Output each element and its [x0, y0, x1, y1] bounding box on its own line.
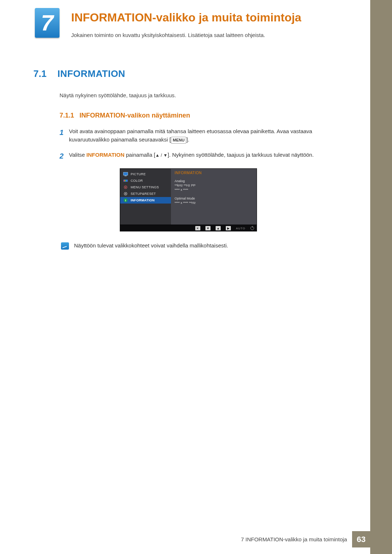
subsection-heading: 7.1.1 INFORMATION-valikon näyttäminen	[60, 112, 190, 119]
osd-panel: PICTURE COLOR MENU SETTINGS SETUP&RESET …	[120, 168, 257, 225]
osd-item-color: COLOR	[120, 177, 171, 184]
osd-auto-label: AUTO	[236, 227, 245, 230]
note-icon	[61, 242, 69, 250]
svg-text:i: i	[125, 199, 126, 202]
step-text: Voit avata avainoppaan painamalla mitä t…	[69, 128, 312, 143]
osd-info-line: **kHz **Hz PP	[175, 184, 253, 187]
power-icon	[250, 226, 254, 230]
step-2: 2 Valitse INFORMATION painamalla [▲ / ▼]…	[60, 151, 346, 162]
osd-item-label: COLOR	[131, 179, 143, 182]
section-description: Näytä nykyinen syöttölähde, taajuus ja t…	[60, 92, 176, 98]
gear-icon	[123, 192, 128, 196]
step-text: Valitse	[69, 152, 86, 158]
chapter-title: INFORMATION-valikko ja muita toimintoja	[71, 11, 301, 24]
svg-rect-4	[125, 180, 126, 181]
svg-rect-1	[124, 176, 127, 176]
page-footer: 7 INFORMATION-valikko ja muita toimintoj…	[0, 531, 370, 547]
osd-screenshot: PICTURE COLOR MENU SETTINGS SETUP&RESET …	[120, 168, 257, 231]
svg-point-9	[125, 193, 126, 194]
osd-item-label: PICTURE	[131, 172, 146, 176]
note-text: Näyttöön tulevat valikkokohteet voivat v…	[74, 242, 228, 249]
monitor-icon	[123, 172, 128, 176]
osd-close-icon: ✕	[195, 226, 200, 230]
osd-item-menu-settings: MENU SETTINGS	[120, 184, 171, 190]
svg-rect-5	[126, 180, 127, 181]
palette-icon	[123, 178, 128, 183]
note-row: Näyttöön tulevat valikkokohteet voivat v…	[61, 242, 228, 250]
osd-right-icon: ▶	[226, 226, 231, 230]
chapter-subtitle: Jokainen toiminto on kuvattu yksityiskoh…	[71, 32, 265, 38]
section-title: INFORMATION	[57, 68, 125, 79]
footer-chapter-label: 7 INFORMATION-valikko ja muita toimintoj…	[236, 531, 352, 547]
osd-item-information: i INFORMATION	[120, 197, 171, 204]
step-text: ]. Nykyinen syöttölähde, taajuus ja tark…	[168, 152, 314, 158]
osd-info-line: Optimal Mode	[175, 197, 253, 200]
osd-info-line: **** x ****	[175, 188, 253, 192]
osd-item-label: SETUP&RESET	[131, 192, 156, 196]
section-heading: 7.1 INFORMATION	[33, 68, 125, 79]
step-text: ].	[186, 136, 189, 143]
section-number: 7.1	[33, 68, 46, 79]
menu-button-label: MENU	[171, 137, 186, 144]
subsection-title: INFORMATION-valikon näyttäminen	[79, 112, 190, 119]
step-body: Voit avata avainoppaan painamalla mitä t…	[69, 127, 346, 144]
arrow-up-down-icon: ▲ / ▼	[155, 153, 168, 158]
footer-page-number: 63	[352, 531, 370, 547]
steps-list: 1 Voit avata avainoppaan painamalla mitä…	[60, 127, 346, 168]
osd-info-line: Analog	[175, 179, 253, 183]
chapter-number-badge: 7	[35, 8, 60, 38]
highlight-information: INFORMATION	[86, 152, 124, 158]
osd-button-bar: ✕ ▼ ▲ ▶ AUTO	[120, 225, 257, 231]
osd-item-picture: PICTURE	[120, 171, 171, 177]
step-number: 2	[60, 151, 69, 162]
osd-item-label: MENU SETTINGS	[131, 185, 159, 189]
osd-info-line	[175, 192, 253, 196]
osd-info-panel: INFORMATION Analog **kHz **Hz PP **** x …	[171, 169, 257, 225]
subsection-number: 7.1.1	[60, 112, 74, 119]
osd-info-title: INFORMATION	[175, 171, 253, 175]
step-body: Valitse INFORMATION painamalla [▲ / ▼]. …	[69, 151, 346, 162]
step-text: painamalla [	[124, 152, 155, 158]
page-content: 7 INFORMATION-valikko ja muita toimintoj…	[0, 0, 370, 554]
osd-item-label: INFORMATION	[131, 198, 155, 202]
osd-up-icon: ▲	[216, 226, 221, 230]
svg-rect-3	[124, 180, 125, 181]
step-1: 1 Voit avata avainoppaan painamalla mitä…	[60, 127, 346, 144]
step-number: 1	[60, 127, 69, 144]
svg-rect-0	[123, 172, 128, 175]
osd-item-setup-reset: SETUP&RESET	[120, 190, 171, 197]
info-icon: i	[123, 198, 128, 202]
svg-point-7	[125, 187, 126, 188]
osd-down-icon: ▼	[205, 226, 211, 230]
osd-info-line: **** x **** **Hz	[175, 201, 253, 205]
side-strip	[370, 0, 392, 554]
target-icon	[123, 185, 128, 189]
osd-menu-list: PICTURE COLOR MENU SETTINGS SETUP&RESET …	[120, 169, 171, 225]
